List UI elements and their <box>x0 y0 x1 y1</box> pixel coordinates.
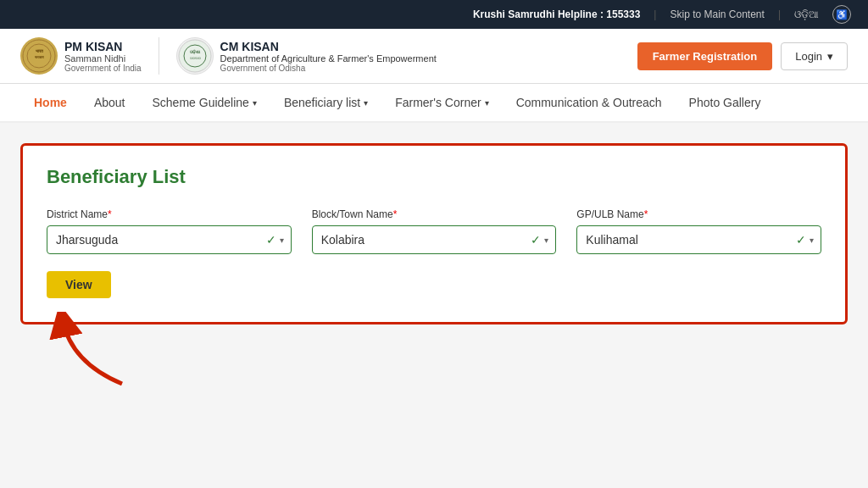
gp-select-wrapper: Kulihamal Bagdega Bhulung ✓ ▾ <box>576 225 821 254</box>
nav-scheme-guideline[interactable]: Scheme Guideline ▾ <box>139 84 270 121</box>
accessibility-button[interactable]: ♿ <box>832 5 851 24</box>
gp-select[interactable]: Kulihamal Bagdega Bhulung <box>577 226 821 253</box>
svg-text:भारत: भारत <box>36 48 44 53</box>
gp-required: * <box>644 208 648 220</box>
login-label: Login <box>795 50 822 63</box>
district-field: District Name* Jharsuguda Bhubaneswar Cu… <box>47 208 292 254</box>
helpline-number: 155333 <box>606 8 640 20</box>
accessibility-icon: ♿ <box>836 9 848 20</box>
gp-label-text: GP/ULB Name <box>576 208 643 220</box>
nav-home-label: Home <box>34 96 67 109</box>
gp-field: GP/ULB Name* Kulihamal Bagdega Bhulung ✓… <box>576 208 821 254</box>
nav-home[interactable]: Home <box>20 84 81 121</box>
block-select-wrapper: Kolabira Brajarajnagar Jharsuguda ✓ ▾ <box>312 225 557 254</box>
pm-kisan-title: PM KISAN <box>64 40 142 53</box>
cm-kisan-subtitle: Department of Agriculture & Farmer's Emp… <box>220 53 437 64</box>
header: भारत सरकार PM KISAN Samman Nidhi Governm… <box>0 29 868 84</box>
district-select-wrapper: Jharsuguda Bhubaneswar Cuttack Puri ✓ ▾ <box>47 225 292 254</box>
language-selector[interactable]: ଓଡ଼ିଆ <box>794 8 819 20</box>
helpline-label: Krushi Samrudhi Helpline : <box>473 8 606 20</box>
beneficiary-caret-icon: ▾ <box>364 98 368 108</box>
main-content: Beneficiary List District Name* Jharsugu… <box>0 123 868 404</box>
district-label-text: District Name <box>47 208 108 220</box>
pm-kisan-gov: Government of India <box>64 64 142 73</box>
nav-scheme-label: Scheme Guideline <box>153 96 249 109</box>
nav-farmers-label: Farmer's Corner <box>395 96 481 109</box>
skip-to-main-link[interactable]: Skip to Main Content <box>670 8 764 20</box>
district-select[interactable]: Jharsuguda Bhubaneswar Cuttack Puri <box>47 226 291 253</box>
nav-photo-gallery[interactable]: Photo Gallery <box>676 84 775 121</box>
cm-kisan-brand: ଓଡ଼ିଶା ସରକାର CM KISAN Department of Agri… <box>176 37 437 75</box>
block-required: * <box>393 208 398 220</box>
helpline-text: Krushi Samrudhi Helpline : 155333 <box>473 8 640 20</box>
svg-text:ଓଡ଼ିଶା: ଓଡ଼ିଶା <box>190 49 201 55</box>
svg-text:ସରକାର: ସରକାର <box>189 56 200 60</box>
nav-about[interactable]: About <box>81 84 139 121</box>
beneficiary-card: Beneficiary List District Name* Jharsugu… <box>20 143 848 324</box>
svg-text:सरकार: सरकार <box>34 55 44 59</box>
main-nav: Home About Scheme Guideline ▾ Beneficiar… <box>0 84 868 123</box>
nav-communication-label: Communication & Outreach <box>516 96 662 109</box>
block-field: Block/Town Name* Kolabira Brajarajnagar … <box>312 208 557 254</box>
farmers-caret-icon: ▾ <box>485 98 489 108</box>
block-label-text: Block/Town Name <box>312 208 393 220</box>
divider: | <box>654 8 656 20</box>
card-title: Beneficiary List <box>47 166 821 188</box>
header-divider <box>159 37 159 75</box>
nav-farmers-corner[interactable]: Farmer's Corner ▾ <box>381 84 502 121</box>
header-logos: भारत सरकार PM KISAN Samman Nidhi Governm… <box>20 37 437 75</box>
district-label: District Name* <box>47 208 292 220</box>
form-row: District Name* Jharsuguda Bhubaneswar Cu… <box>47 208 821 254</box>
arrow-svg <box>46 312 147 388</box>
block-label: Block/Town Name* <box>312 208 557 220</box>
top-bar: Krushi Samrudhi Helpline : 155333 | Skip… <box>0 0 868 29</box>
pm-kisan-brand: भारत सरकार PM KISAN Samman Nidhi Governm… <box>20 37 142 75</box>
block-select[interactable]: Kolabira Brajarajnagar Jharsuguda <box>313 226 556 253</box>
arrow-annotation <box>20 316 848 384</box>
nav-communication[interactable]: Communication & Outreach <box>503 84 676 121</box>
district-required: * <box>108 208 112 220</box>
login-caret-icon: ▾ <box>827 50 833 63</box>
login-button[interactable]: Login ▾ <box>781 42 848 70</box>
divider2: | <box>778 8 781 20</box>
header-actions: Farmer Registration Login ▾ <box>637 42 848 70</box>
cm-kisan-text: CM KISAN Department of Agriculture & Far… <box>220 40 437 73</box>
gp-label: GP/ULB Name* <box>576 208 821 220</box>
pm-kisan-logo: भारत सरकार <box>20 37 58 75</box>
cm-kisan-title: CM KISAN <box>220 40 437 53</box>
nav-gallery-label: Photo Gallery <box>689 96 761 109</box>
nav-beneficiary-label: Beneficiary list <box>284 96 360 109</box>
nav-beneficiary-list[interactable]: Beneficiary list ▾ <box>270 84 381 121</box>
pm-kisan-text: PM KISAN Samman Nidhi Government of Indi… <box>64 40 142 73</box>
cm-kisan-logo: ଓଡ଼ିଶା ସରକାର <box>176 37 214 75</box>
view-button[interactable]: View <box>47 271 111 298</box>
cm-kisan-gov: Government of Odisha <box>220 64 437 73</box>
pm-kisan-subtitle: Samman Nidhi <box>64 53 142 64</box>
nav-about-label: About <box>94 96 125 109</box>
scheme-caret-icon: ▾ <box>253 98 257 108</box>
farmer-registration-button[interactable]: Farmer Registration <box>637 42 773 70</box>
